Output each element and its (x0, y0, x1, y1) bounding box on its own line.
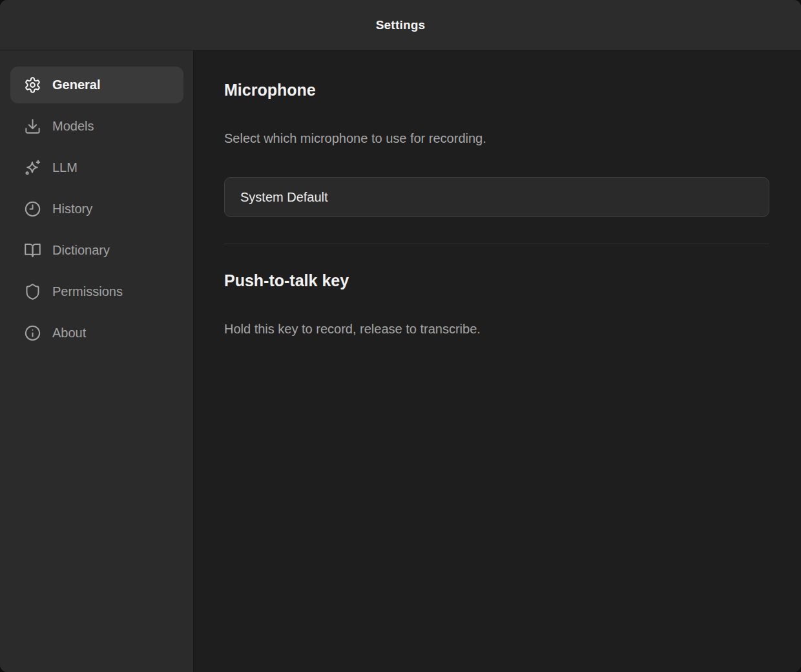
window-title: Settings (376, 18, 426, 32)
sparkles-icon (24, 159, 41, 176)
sidebar-item-label: General (52, 78, 100, 92)
shield-icon (24, 283, 41, 300)
sidebar-item-about[interactable]: About (10, 315, 183, 352)
info-icon (24, 324, 41, 342)
microphone-select-value: System Default (240, 190, 328, 205)
sidebar-item-models[interactable]: Models (10, 108, 183, 145)
settings-window: Settings General Models LLM (0, 0, 801, 672)
gear-icon (24, 76, 41, 94)
microphone-description: Select which microphone to use for recor… (224, 131, 769, 146)
main-pane: Microphone Select which microphone to us… (194, 50, 801, 672)
titlebar[interactable]: Settings (0, 0, 801, 50)
push-to-talk-heading: Push-to-talk key (224, 271, 769, 290)
sidebar-item-label: Permissions (52, 284, 123, 299)
push-to-talk-description: Hold this key to record, release to tran… (224, 321, 769, 337)
sidebar-item-label: About (52, 326, 86, 341)
sidebar-item-permissions[interactable]: Permissions (10, 273, 183, 310)
book-open-icon (24, 242, 41, 259)
sidebar-item-history[interactable]: History (10, 191, 183, 227)
section-divider (224, 244, 769, 244)
microphone-heading: Microphone (224, 80, 769, 100)
clock-icon (24, 200, 41, 218)
download-icon (24, 118, 41, 135)
sidebar-item-label: LLM (52, 160, 78, 175)
sidebar-item-llm[interactable]: LLM (10, 149, 183, 186)
microphone-select[interactable]: System Default (224, 177, 769, 217)
sidebar: General Models LLM History (0, 50, 194, 672)
sidebar-item-label: Dictionary (52, 243, 110, 258)
sidebar-item-label: History (52, 202, 92, 216)
sidebar-item-dictionary[interactable]: Dictionary (10, 232, 183, 269)
window-content: General Models LLM History (0, 50, 801, 672)
sidebar-item-general[interactable]: General (10, 67, 183, 103)
sidebar-item-label: Models (52, 119, 94, 134)
